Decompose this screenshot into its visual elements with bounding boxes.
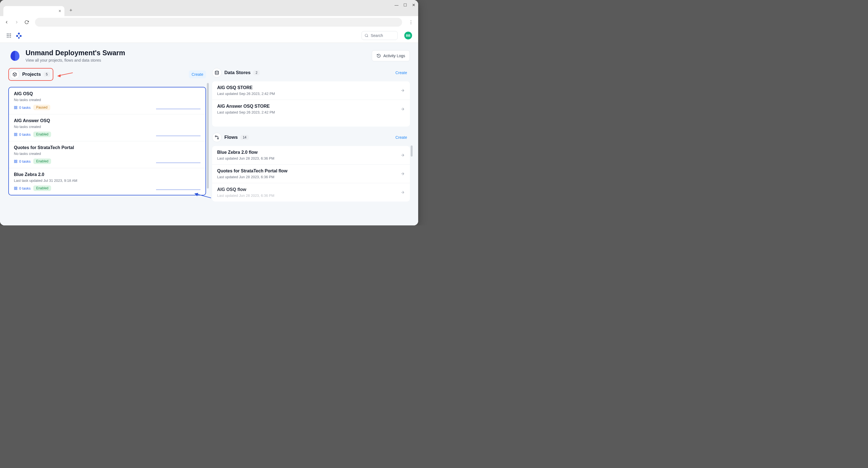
svg-rect-28 bbox=[16, 161, 17, 163]
new-tab-button[interactable]: + bbox=[69, 7, 72, 13]
flow-card[interactable]: Quotes for StrataTech Portal flow Last u… bbox=[212, 165, 410, 183]
datastores-count: 2 bbox=[253, 70, 259, 75]
app-logo-icon[interactable] bbox=[15, 32, 23, 39]
create-project-button[interactable]: Create bbox=[189, 70, 206, 78]
svg-point-7 bbox=[8, 37, 9, 37]
annotation-underline bbox=[156, 136, 200, 136]
search-icon bbox=[365, 34, 369, 37]
scrollbar-thumb[interactable] bbox=[411, 146, 413, 157]
svg-point-9 bbox=[18, 32, 20, 34]
project-tasks-link[interactable]: 0 tasks bbox=[14, 186, 31, 190]
svg-rect-25 bbox=[14, 135, 16, 136]
activity-logs-button[interactable]: Activity Logs bbox=[372, 50, 410, 61]
url-bar[interactable] bbox=[35, 18, 402, 27]
project-subtitle: No tasks created bbox=[14, 125, 200, 129]
svg-rect-21 bbox=[14, 108, 16, 109]
datastore-subtitle: Last updated Sep 26 2023, 2:42 PM bbox=[217, 110, 275, 114]
svg-point-2 bbox=[10, 33, 11, 34]
project-title: AIG Answer OSQ bbox=[14, 118, 200, 123]
svg-point-13 bbox=[365, 34, 368, 36]
minimize-button[interactable]: — bbox=[395, 3, 399, 7]
projects-list: AIG OSQ No tasks created 0 tasks Paused bbox=[8, 87, 206, 195]
create-datastore-button[interactable]: Create bbox=[393, 69, 410, 76]
browser-tab[interactable]: × bbox=[3, 6, 64, 16]
arrow-right-icon bbox=[400, 190, 405, 195]
maximize-button[interactable]: ☐ bbox=[403, 3, 407, 7]
datastores-list: AIG OSQ STORE Last updated Sep 26 2023, … bbox=[212, 81, 410, 127]
svg-rect-31 bbox=[16, 187, 17, 188]
svg-rect-20 bbox=[16, 108, 17, 109]
flows-label: Flows bbox=[224, 135, 238, 140]
avatar[interactable]: BB bbox=[404, 32, 412, 39]
svg-line-16 bbox=[59, 73, 73, 75]
svg-line-34 bbox=[196, 194, 211, 198]
apps-grid-icon[interactable] bbox=[6, 33, 12, 38]
flow-card[interactable]: Blue Zebra 2.0 flow Last updated Jun 28 … bbox=[212, 146, 410, 165]
datastore-card[interactable]: AIG Answer OSQ STORE Last updated Sep 26… bbox=[212, 100, 410, 118]
status-badge: Enabled bbox=[33, 132, 51, 137]
browser-menu-button[interactable]: ⋮ bbox=[406, 19, 415, 26]
svg-rect-33 bbox=[14, 188, 16, 190]
annotation-underline bbox=[156, 163, 200, 163]
page-header: Unmand Deployment's Swarm View all your … bbox=[0, 43, 418, 62]
grid-icon bbox=[14, 187, 18, 190]
search-placeholder: Search bbox=[371, 33, 383, 38]
flow-title: Quotes for StrataTech Portal flow bbox=[217, 168, 287, 174]
browser-tabstrip: × + — ☐ ✕ bbox=[0, 0, 418, 16]
project-card[interactable]: Blue Zebra 2.0 Last task updated Jul 31 … bbox=[9, 168, 206, 195]
datastore-title: AIG Answer OSQ STORE bbox=[217, 104, 275, 109]
svg-point-12 bbox=[18, 37, 20, 39]
close-window-button[interactable]: ✕ bbox=[412, 3, 415, 7]
svg-rect-27 bbox=[16, 160, 17, 161]
svg-point-1 bbox=[8, 33, 9, 34]
svg-rect-24 bbox=[16, 135, 17, 136]
forward-button[interactable] bbox=[13, 18, 21, 26]
svg-rect-19 bbox=[16, 106, 17, 107]
svg-point-8 bbox=[10, 37, 11, 37]
project-title: Blue Zebra 2.0 bbox=[14, 172, 200, 177]
project-card[interactable]: AIG Answer OSQ No tasks created 0 tasks … bbox=[9, 114, 206, 141]
project-tasks-link[interactable]: 0 tasks bbox=[14, 159, 31, 163]
svg-point-10 bbox=[16, 35, 18, 37]
grid-icon bbox=[14, 160, 18, 163]
status-badge: Paused bbox=[33, 105, 50, 110]
annotation-underline bbox=[156, 109, 200, 109]
svg-rect-22 bbox=[14, 133, 16, 134]
svg-rect-30 bbox=[14, 187, 16, 188]
project-card[interactable]: AIG OSQ No tasks created 0 tasks Paused bbox=[9, 88, 206, 114]
browser-toolbar: ⋮ bbox=[0, 16, 418, 28]
status-badge: Enabled bbox=[33, 185, 51, 191]
flows-list: Blue Zebra 2.0 flow Last updated Jun 28 … bbox=[212, 146, 410, 201]
reload-button[interactable] bbox=[23, 18, 31, 26]
flow-title: AIG OSQ flow bbox=[217, 187, 274, 192]
svg-rect-32 bbox=[16, 188, 17, 190]
projects-icon bbox=[10, 70, 20, 79]
scrollbar-thumb[interactable] bbox=[207, 83, 209, 188]
project-tasks-link[interactable]: 0 tasks bbox=[14, 105, 31, 110]
project-subtitle: No tasks created bbox=[14, 152, 200, 156]
arrow-right-icon bbox=[400, 107, 405, 111]
datastores-icon bbox=[212, 68, 222, 77]
datastore-card[interactable]: AIG OSQ STORE Last updated Sep 26 2023, … bbox=[212, 81, 410, 100]
flow-title: Blue Zebra 2.0 flow bbox=[217, 150, 274, 155]
arrow-right-icon bbox=[400, 171, 405, 176]
tab-close-icon[interactable]: × bbox=[59, 9, 61, 13]
page-title: Unmand Deployment's Swarm bbox=[26, 49, 125, 57]
project-tasks-link[interactable]: 0 tasks bbox=[14, 132, 31, 136]
svg-point-40 bbox=[217, 138, 219, 139]
history-icon bbox=[376, 54, 381, 58]
project-card[interactable]: Quotes for StrataTech Portal No tasks cr… bbox=[9, 141, 206, 168]
project-subtitle: Last task updated Jul 31 2023, 9:18 AM bbox=[14, 179, 200, 183]
svg-point-11 bbox=[20, 35, 22, 37]
grid-icon bbox=[14, 133, 18, 136]
annotation-underline bbox=[156, 190, 200, 190]
flow-card[interactable]: AIG OSQ flow Last updated Jun 28 2023, 6… bbox=[212, 183, 410, 201]
project-title: Quotes for StrataTech Portal bbox=[14, 145, 200, 150]
flows-count: 14 bbox=[241, 135, 249, 140]
project-subtitle: No tasks created bbox=[14, 98, 200, 102]
create-flow-button[interactable]: Create bbox=[393, 133, 410, 141]
arrow-right-icon bbox=[400, 153, 405, 157]
page-subtitle: View all your projects, flows and data s… bbox=[26, 58, 125, 62]
search-input[interactable]: Search bbox=[362, 31, 398, 40]
back-button[interactable] bbox=[3, 18, 10, 26]
